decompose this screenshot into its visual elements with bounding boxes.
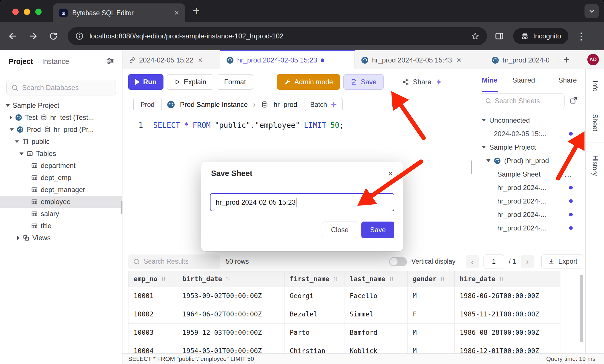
window-minimize-button[interactable]	[24, 9, 30, 15]
results-table-area: emp_no birth_date first_name last_name g…	[122, 271, 604, 353]
sort-icon	[388, 276, 395, 282]
browser-tab[interactable]: Bytebase SQL Editor ×	[53, 3, 185, 22]
sheet-tab-1[interactable]: 2024-02-05 15:22 ×	[122, 50, 220, 69]
sheet-item[interactable]: hr_prod 2024-...	[473, 221, 585, 235]
toggle-knob	[390, 258, 398, 265]
tree-item-project[interactable]: Sample Project	[0, 99, 122, 111]
more-actions-icon[interactable]: …	[564, 170, 573, 179]
database-name[interactable]: hr_prod	[274, 101, 297, 109]
sheet-group-project[interactable]: Sample Project	[473, 140, 585, 154]
tree-item-table[interactable]: dept_emp	[0, 172, 122, 184]
close-icon[interactable]: ×	[457, 56, 461, 65]
run-button[interactable]: Run	[128, 74, 163, 90]
column-header[interactable]: hire_date	[455, 271, 560, 287]
sheet-tab-3[interactable]: hr_prod 2024-02-05 15:43 ×	[355, 50, 485, 69]
batch-button[interactable]: Batch	[305, 98, 343, 111]
tab-history[interactable]: History	[586, 142, 604, 189]
postgres-icon	[167, 101, 175, 109]
column-header[interactable]: birth_date	[177, 271, 285, 287]
site-info-icon[interactable]	[75, 32, 84, 40]
search-results-input[interactable]: Search Results	[128, 255, 220, 269]
search-databases-input[interactable]: Search Databases	[6, 80, 116, 95]
sidebar-resize-handle[interactable]	[121, 201, 122, 214]
tab-project[interactable]: Project	[7, 57, 38, 66]
incognito-icon	[521, 32, 529, 40]
browser-menu-button[interactable]: ⋮	[576, 30, 586, 42]
column-header[interactable]: emp_no	[128, 271, 177, 287]
sheet-item[interactable]: Sample Sheet …	[473, 167, 585, 181]
close-icon[interactable]: ×	[388, 169, 393, 178]
database-icon	[40, 114, 47, 121]
save-button[interactable]: Save	[343, 74, 384, 90]
new-sheet-tab-button[interactable]: +	[558, 50, 574, 69]
close-icon[interactable]: ×	[174, 9, 179, 17]
bookmark-star-icon[interactable]	[471, 32, 480, 40]
vertical-display-toggle[interactable]	[389, 257, 407, 266]
user-avatar[interactable]: AD	[587, 54, 599, 65]
tree-item-test-instance[interactable]: Test hr_test (Test...	[0, 111, 122, 124]
tab-instance[interactable]: Instance	[38, 57, 74, 66]
tab-info[interactable]: Info	[586, 69, 604, 103]
close-button[interactable]: Close	[322, 222, 357, 238]
environment-badge[interactable]: Prod	[133, 98, 162, 111]
tab-sheet[interactable]: Sheet	[586, 103, 604, 142]
page-number-input[interactable]: 1	[484, 255, 504, 269]
close-icon[interactable]: ×	[198, 56, 203, 65]
tab-starred[interactable]: Starred	[513, 69, 535, 92]
chevron-down-icon	[482, 146, 486, 148]
previous-page-button[interactable]: ‹	[466, 255, 479, 268]
column-header[interactable]: last_name	[344, 271, 408, 287]
instance-name[interactable]: Prod Sample Instance	[180, 101, 248, 109]
sheet-group-connection[interactable]: (Prod) hr_prod	[473, 154, 585, 167]
tree-item-prod-instance[interactable]: Prod hr_prod (Pr...	[0, 124, 122, 136]
search-sheets-input[interactable]: Search Sheets	[481, 93, 565, 108]
tree-item-table[interactable]: title	[0, 220, 122, 232]
tree-item-schema-public[interactable]: public	[0, 136, 122, 148]
sort-icon	[439, 276, 446, 282]
tree-item-table[interactable]: dept_manager	[0, 184, 122, 196]
share-button[interactable]: Share	[395, 74, 450, 90]
tree-item-table-employee[interactable]: employee	[0, 196, 122, 208]
side-panel-icon[interactable]	[494, 31, 504, 41]
forward-button[interactable]	[28, 31, 38, 41]
tree-item-views[interactable]: Views	[0, 232, 122, 244]
column-header[interactable]: first_name	[285, 271, 344, 287]
tab-search-button[interactable]	[584, 4, 599, 18]
panel-resize-handle[interactable]	[471, 161, 472, 174]
new-tab-button[interactable]: +	[193, 4, 200, 18]
format-button[interactable]: Format	[217, 74, 253, 90]
sheet-item[interactable]: hr_prod 2024-...	[473, 181, 585, 194]
export-button[interactable]: Export	[541, 255, 583, 269]
column-header[interactable]: gender	[408, 271, 455, 287]
sort-icon	[332, 276, 338, 282]
sheet-group-unconnected[interactable]: Unconnected	[473, 113, 585, 127]
search-icon	[133, 258, 140, 265]
table-icon	[31, 162, 38, 169]
reload-button[interactable]	[49, 32, 58, 41]
page-total-label: / 1	[509, 258, 516, 265]
explain-button[interactable]: Explain	[167, 74, 214, 90]
admin-mode-button[interactable]: Admin mode	[277, 74, 340, 90]
sheet-tab-4[interactable]: hr_prod 2024-0	[485, 50, 558, 69]
window-zoom-button[interactable]	[35, 9, 42, 15]
sheet-item[interactable]: hr_prod 2024-...	[473, 208, 585, 221]
sheet-name-input[interactable]: hr_prod 2024-02-05 15:23	[210, 193, 394, 211]
url-bar[interactable]: localhost:8080/sql-editor/prod-sample-in…	[68, 27, 487, 45]
status-bar: SELECT * FROM "public"."employee" LIMIT …	[122, 353, 604, 364]
sheet-item[interactable]: 2024-02-05 15:...	[473, 127, 585, 140]
tab-mine[interactable]: Mine	[482, 69, 498, 92]
dialog-save-button[interactable]: Save	[361, 222, 394, 238]
tree-item-tables[interactable]: Tables	[0, 148, 122, 160]
next-page-button[interactable]: ›	[521, 255, 534, 268]
back-button[interactable]	[8, 31, 18, 41]
tab-share[interactable]: Share	[558, 69, 577, 92]
sheet-item[interactable]: hr_prod 2024-...	[473, 194, 585, 208]
sheet-tab-2-active[interactable]: hr_prod 2024-02-05 15:23	[220, 50, 355, 69]
tree-item-table[interactable]: salary	[0, 208, 122, 220]
open-sheet-icon[interactable]	[569, 96, 578, 106]
tree-item-table[interactable]: department	[0, 160, 122, 172]
filter-icon[interactable]	[106, 57, 115, 66]
table-row: 10004 1954-05-01T00:00:00Z Chirstian Kob…	[128, 342, 560, 353]
table-scrollbar-thumb[interactable]	[580, 275, 583, 342]
window-close-button[interactable]	[12, 9, 19, 15]
